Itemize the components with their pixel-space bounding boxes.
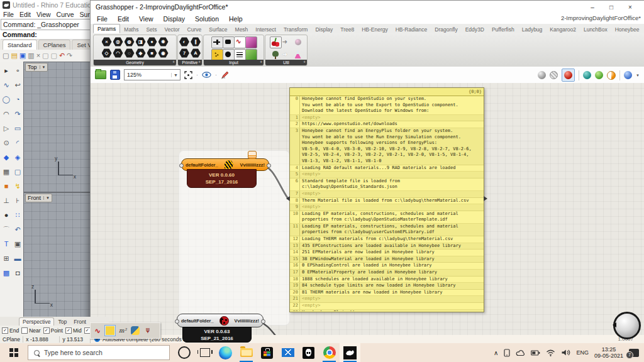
select-icon[interactable]: ▸ (1, 63, 11, 77)
graph-component-icon[interactable] (234, 36, 246, 48)
paint-spray-icon[interactable] (104, 325, 116, 336)
circle-icon[interactable]: ◯ (1, 92, 11, 106)
close-button[interactable]: × (621, 1, 640, 13)
rhino-menu-file[interactable]: File (3, 11, 14, 18)
wifi-icon[interactable] (546, 349, 555, 356)
sketch-icon[interactable]: ↩ (13, 78, 23, 92)
expand-plus-icon[interactable]: + (260, 60, 262, 64)
save-file-icon[interactable]: ▣ (19, 52, 26, 59)
rotate-icon[interactable]: ⌒ (1, 222, 11, 236)
gh-tab-hb-radiance[interactable]: HB-Radiance (392, 25, 431, 33)
preview-eye-icon[interactable] (202, 72, 211, 78)
box-icon[interactable]: ◆ (1, 150, 11, 164)
gh-tab-mesh[interactable]: Mesh (231, 25, 252, 33)
rhino-command-input[interactable]: Command: (1, 30, 91, 40)
gh-tab-intersect[interactable]: Intersect (252, 25, 280, 33)
gh-menu-display[interactable]: Display (164, 15, 185, 23)
taskbar-app-taskview[interactable] (194, 343, 215, 362)
component-output-label[interactable]: Vviiiiiiiizzz! (234, 318, 259, 324)
paste-icon[interactable]: ▢ (50, 52, 57, 59)
render-icon[interactable]: ◘ (13, 266, 23, 280)
osnap-point[interactable]: ✓Point (43, 327, 63, 334)
viewport-tab-top[interactable]: Top (55, 318, 70, 326)
gh-tab-curve[interactable]: Curve (184, 25, 206, 33)
taskbar-app-rhinoapp[interactable] (340, 343, 360, 362)
extrude-icon[interactable]: ▦ (1, 165, 11, 178)
minimize-button[interactable]: – (583, 1, 602, 13)
status-cplane[interactable]: CPlane (0, 336, 23, 343)
component-hex-icon[interactable]: ◉ (158, 48, 169, 58)
block-icon[interactable]: ▬ (13, 251, 23, 265)
teal-sphere-icon[interactable] (583, 71, 591, 79)
component-hex-icon[interactable]: ◎ (113, 36, 123, 47)
expand-plus-icon[interactable]: + (198, 60, 201, 64)
taskbar-app-store[interactable] (257, 343, 277, 362)
gh-tab-hb-energy[interactable]: HB-Energy (358, 25, 392, 33)
surface-icon[interactable]: ⊙ (1, 136, 11, 150)
ladybug-component[interactable]: defaultFolder_ Vviiiiiiiizzz! (177, 314, 264, 327)
gh-tab-vector[interactable]: Vector (160, 25, 183, 33)
new-file-icon[interactable]: ▢ (3, 52, 9, 59)
viewport-tab-front[interactable]: Front (70, 318, 89, 326)
gh-tab-sets[interactable]: Sets (142, 25, 160, 33)
open-file-icon[interactable] (95, 70, 106, 79)
taskbar-clock[interactable]: 13:25 09-05-2021 (594, 346, 623, 359)
component-hex-icon[interactable]: ◌ (124, 48, 135, 58)
wireframe-preview-icon[interactable] (550, 71, 558, 79)
osnap-mid[interactable]: ✓Mid (65, 327, 82, 334)
open-file-icon[interactable]: ▤ (11, 52, 17, 59)
gh-tab-honeybee[interactable]: Honeybee (611, 25, 643, 33)
orange-sphere-icon[interactable] (607, 71, 616, 80)
bend-icon[interactable]: ↶ (13, 222, 23, 236)
delete-icon[interactable]: × (36, 52, 40, 59)
ball-component-icon[interactable] (292, 36, 304, 48)
rhino-menu-edit[interactable]: Edit (19, 11, 31, 18)
text-icon[interactable]: T (1, 237, 11, 251)
gh-menu-view[interactable]: View (139, 15, 153, 23)
taskbar-app-edge[interactable] (215, 343, 236, 362)
surface-corner-icon[interactable]: ◜ (13, 136, 23, 150)
component-hex-icon[interactable]: ❋ (158, 36, 169, 47)
copy-icon[interactable]: ▢ (42, 52, 48, 59)
point-icon[interactable]: ∘ (13, 63, 23, 77)
taskbar-app-explorer[interactable] (236, 343, 257, 362)
move-icon[interactable]: ● (1, 208, 11, 222)
pink-component-icon[interactable] (245, 36, 257, 48)
maximize-button[interactable]: □ (602, 1, 621, 13)
taskbar-app-chrome[interactable] (319, 343, 340, 362)
sphere-icon[interactable]: ◈ (13, 150, 23, 164)
split-icon[interactable]: ⊦ (13, 194, 23, 207)
array-icon[interactable]: ∷ (13, 208, 23, 222)
group-icon[interactable]: ⊞ (1, 251, 11, 265)
component-hex-icon[interactable]: ◇ (101, 48, 112, 58)
python-icon[interactable] (131, 326, 140, 335)
gh-tab-display[interactable]: Display (311, 25, 336, 33)
green-sphere-icon[interactable] (595, 71, 603, 79)
volume-icon[interactable] (561, 349, 570, 356)
gh-tab-surface[interactable]: Surface (205, 25, 231, 33)
osnap-end[interactable]: ✓End (2, 327, 19, 334)
gh-tab-params[interactable]: Params (93, 24, 120, 33)
gh-menu-edit[interactable]: Edit (118, 15, 129, 23)
zoom-level-combobox[interactable]: 125% ▼ (124, 69, 180, 80)
selected-preview-mode[interactable] (562, 69, 575, 82)
arrow-component-icon[interactable] (281, 36, 293, 48)
gh-tab-transform[interactable]: Transform (280, 25, 311, 33)
component-hex-icon[interactable]: ● (147, 36, 157, 47)
node-branch-icon[interactable]: ⋔ (142, 325, 153, 336)
save-file-icon[interactable] (110, 70, 120, 80)
taskbar-app-mail[interactable] (277, 343, 298, 362)
component-hex-icon[interactable]: × (101, 36, 112, 47)
component-hex-icon[interactable]: ◨ (135, 36, 146, 47)
language-indicator[interactable]: ENG (576, 349, 589, 356)
gh-menu-solution[interactable]: Solution (195, 15, 219, 23)
notification-center-icon[interactable]: 7 (629, 349, 639, 357)
boolean-icon[interactable]: ■ (1, 179, 11, 193)
checkbox-icon[interactable] (21, 327, 28, 334)
taskbar-app-cortana[interactable] (174, 343, 194, 362)
gh-tab-maths[interactable]: Maths (120, 25, 142, 33)
panel-output-grip[interactable] (484, 196, 487, 201)
grasshopper-curve-icon[interactable]: ∿ (92, 325, 103, 336)
viewport-tab-perspective[interactable]: Perspective (19, 317, 54, 326)
chevron-down-icon[interactable]: ▼ (636, 74, 640, 77)
